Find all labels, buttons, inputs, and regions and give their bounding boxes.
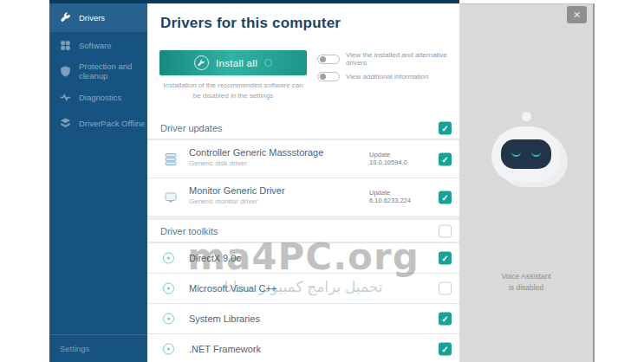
driver-version: Update 6.10.6233.224 xyxy=(369,189,430,206)
robot-illustration xyxy=(459,112,593,182)
toggle-view-additional-info[interactable] xyxy=(317,72,340,81)
toolkit-checkbox[interactable] xyxy=(439,343,452,356)
sidebar-item-label: Diagnostics xyxy=(79,93,121,102)
toolkit-row-directx[interactable]: DirectX 9.0c xyxy=(147,242,459,273)
driver-version: Update 10.0.10594.0 xyxy=(369,151,430,168)
sidebar-item-protection[interactable]: Protection and cleanup xyxy=(49,58,147,84)
driver-subtitle: Generic disk driver xyxy=(189,159,247,167)
driver-checkbox[interactable] xyxy=(439,191,452,204)
robot-eye-icon xyxy=(511,152,521,157)
robot-eye-icon xyxy=(531,152,541,157)
driver-row-massstorage[interactable]: Controller Generic Massstorage Generic d… xyxy=(147,139,459,178)
main-content: Drivers for this computer Install all In… xyxy=(147,3,459,362)
view-toggles: View the installed and alternative drive… xyxy=(317,51,459,87)
toolkit-row-system-libraries[interactable]: System Libraries xyxy=(147,303,459,333)
toolkit-title: Microsoft Visual C++ xyxy=(189,283,276,294)
target-icon xyxy=(163,253,174,264)
wrench-icon xyxy=(60,12,71,23)
section-title: Driver toolkits xyxy=(160,226,218,236)
driver-title: Controller Generic Massstorage xyxy=(189,147,323,158)
target-icon xyxy=(163,344,174,355)
close-button[interactable]: ✕ xyxy=(567,6,587,23)
install-all-label: Install all xyxy=(216,58,257,68)
toolkit-title: .NET Framework xyxy=(189,344,261,354)
sidebar-item-label: Drivers xyxy=(79,13,105,23)
toggle-label: View additional information xyxy=(346,73,428,81)
sidebar-item-driverpack-offline[interactable]: DriverPack Offline xyxy=(49,110,147,136)
layers-icon xyxy=(60,118,71,129)
sidebar-item-settings[interactable]: Settings xyxy=(49,334,147,362)
driver-row-monitor[interactable]: Monitor Generic Driver Generic monitor d… xyxy=(147,178,459,216)
pulse-icon xyxy=(60,92,71,103)
toggle-row-additional-info: View additional information xyxy=(317,72,459,81)
driver-subtitle: Generic monitor driver xyxy=(189,197,257,205)
toolkit-title: System Libraries xyxy=(189,314,260,324)
voice-assistant-panel: ✕ Voice Assistant is disabled xyxy=(459,3,595,362)
settings-label: Settings xyxy=(60,344,89,353)
install-wrench-icon xyxy=(194,55,209,70)
driver-title: Monitor Generic Driver xyxy=(189,185,285,196)
toggle-view-installed-alternative[interactable] xyxy=(317,55,340,64)
sidebar-item-drivers[interactable]: Drivers xyxy=(49,3,147,32)
page-title: Drivers for this computer xyxy=(160,15,341,32)
toggle-row-alternative-drivers: View the installed and alternative drive… xyxy=(317,51,459,67)
install-all-button[interactable]: Install all xyxy=(159,50,307,75)
grid-icon xyxy=(60,40,71,51)
install-spinner-icon xyxy=(264,59,272,67)
robot-head-icon xyxy=(491,126,561,182)
toolkit-title: DirectX 9.0c xyxy=(189,253,241,263)
shield-icon xyxy=(60,66,71,77)
toolkit-row-net-framework[interactable]: .NET Framework xyxy=(147,333,459,362)
toolkit-checkbox[interactable] xyxy=(439,252,452,265)
monitor-icon xyxy=(163,190,179,205)
driver-checkbox[interactable] xyxy=(439,152,452,165)
sidebar-item-diagnostics[interactable]: Diagnostics xyxy=(49,84,147,110)
sidebar: Drivers Software Protection and cleanup … xyxy=(49,3,147,362)
disk-icon xyxy=(163,152,179,167)
sidebar-item-software[interactable]: Software xyxy=(49,32,147,58)
sidebar-item-label: Protection and cleanup xyxy=(79,61,147,81)
toggle-label: View the installed and alternative drive… xyxy=(346,51,459,67)
driver-toolkits-checkbox[interactable] xyxy=(439,224,452,237)
section-title: Driver updates xyxy=(160,123,223,133)
section-driver-updates: Driver updates xyxy=(147,117,459,139)
driver-updates-checkbox[interactable] xyxy=(439,121,452,134)
sidebar-item-label: Software xyxy=(79,41,112,50)
toolkit-row-visual-cpp[interactable]: Microsoft Visual C++ xyxy=(147,273,459,303)
target-icon xyxy=(163,314,174,325)
target-icon xyxy=(163,283,174,294)
app-window: Drivers Software Protection and cleanup … xyxy=(0,0,644,362)
install-hint: Installation of the recommended software… xyxy=(151,81,315,100)
toolkit-checkbox[interactable] xyxy=(439,282,452,295)
sidebar-item-label: DriverPack Offline xyxy=(79,119,145,128)
robot-antenna-icon xyxy=(522,112,531,121)
robot-face-icon xyxy=(501,139,551,169)
voice-assistant-status: Voice Assistant is disabled xyxy=(459,271,593,294)
section-driver-toolkits: Driver toolkits xyxy=(147,220,459,242)
toolkit-checkbox[interactable] xyxy=(439,313,452,326)
